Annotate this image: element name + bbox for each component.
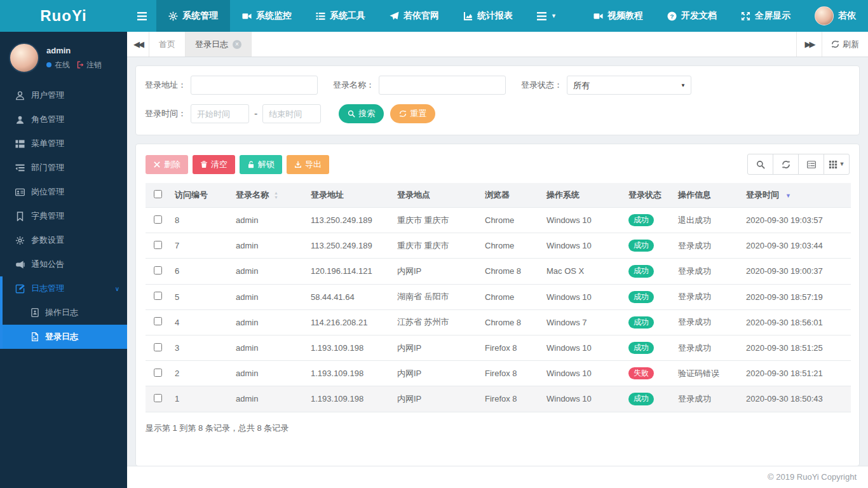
select-all-header: [146, 183, 170, 208]
top-menu-item[interactable]: 若依官网: [377, 0, 451, 32]
status-badge: 失败: [628, 367, 654, 379]
sort-icon: ▲▼: [274, 191, 278, 200]
cell-os: Windows 10: [541, 284, 623, 309]
table-row[interactable]: 2admin1.193.109.198内网IPFirefox 8Windows …: [146, 361, 851, 386]
tab-home-label: 首页: [159, 39, 175, 50]
sidebar-item-2[interactable]: 菜单管理: [0, 132, 127, 156]
reset-button[interactable]: 重置: [390, 104, 435, 123]
unlock-button[interactable]: 解锁: [240, 155, 282, 174]
avatar[interactable]: [9, 43, 39, 73]
logout-button[interactable]: 注销: [77, 60, 102, 71]
tabs-scroll-left-button[interactable]: ◀◀: [127, 32, 149, 57]
row-checkbox[interactable]: [154, 343, 162, 351]
sidebar-item-3[interactable]: 部门管理: [0, 156, 127, 180]
main-area: ◀◀ 首页 登录日志 × ▶▶ 刷新 登录地址： 登录名称：: [127, 32, 868, 488]
columns-button[interactable]: ▼: [824, 154, 850, 175]
table-row[interactable]: 6admin120.196.114.121内网IPChrome 8Mac OS …: [146, 259, 851, 284]
sidebar-item-label: 参数设置: [31, 234, 64, 246]
table-row[interactable]: 8admin113.250.249.189重庆市 重庆市ChromeWindow…: [146, 208, 851, 233]
column-header[interactable]: 操作信息: [673, 183, 741, 208]
cell-location: 内网IP: [392, 335, 480, 360]
sidebar-subitem-1[interactable]: 登录日志: [3, 325, 127, 349]
sidebar-item-4[interactable]: 岗位管理: [0, 180, 127, 204]
top-menu-item[interactable]: 系统工具: [304, 0, 377, 32]
sidebar-subitem-0[interactable]: 操作日志: [3, 301, 127, 325]
cell-status: 成功: [623, 284, 673, 309]
cell-time: 2020-09-30 18:56:01: [741, 309, 851, 335]
column-header-label: 登录名称: [236, 190, 269, 200]
table-row[interactable]: 1admin1.193.109.198内网IPFirefox 8Windows …: [146, 386, 851, 412]
cell-id: 3: [170, 335, 231, 360]
column-header[interactable]: 登录地址: [306, 183, 392, 208]
column-header-label: 访问编号: [175, 190, 208, 200]
row-checkbox[interactable]: [154, 266, 162, 274]
row-select-cell: [146, 284, 170, 309]
sidebar-menu-group: 通知公告: [0, 252, 127, 276]
refresh-tab-button[interactable]: 刷新: [822, 32, 868, 57]
cell-id: 6: [170, 259, 231, 284]
clean-button-label: 清空: [211, 159, 227, 170]
cell-browser: Firefox 8: [480, 335, 541, 360]
sidebar-item-1[interactable]: 角色管理: [0, 107, 127, 132]
tab-login-log[interactable]: 登录日志 ×: [186, 32, 252, 57]
search-button[interactable]: 搜索: [339, 104, 384, 123]
top-menu-item[interactable]: 若依: [803, 0, 868, 32]
sidebar-item-0[interactable]: 用户管理: [0, 83, 127, 107]
tab-close-icon[interactable]: ×: [233, 40, 241, 49]
column-header[interactable]: 登录地点: [392, 183, 480, 208]
start-time-input[interactable]: [191, 104, 249, 123]
end-time-input[interactable]: [262, 104, 321, 123]
row-checkbox[interactable]: [154, 394, 162, 402]
sidebar-item-5[interactable]: 字典管理: [0, 204, 127, 228]
column-header[interactable]: 浏览器: [480, 183, 541, 208]
column-header[interactable]: 登录状态: [623, 183, 673, 208]
refresh-table-button[interactable]: [773, 154, 799, 175]
column-header[interactable]: 访问编号: [170, 183, 231, 208]
top-menu-item[interactable]: 系统监控: [230, 0, 304, 32]
cell-location: 内网IP: [392, 386, 480, 412]
row-checkbox[interactable]: [154, 317, 162, 325]
sidebar-item-7[interactable]: 通知公告: [0, 252, 127, 276]
column-header[interactable]: 操作系统: [541, 183, 623, 208]
login-address-input[interactable]: [191, 76, 318, 95]
cell-location: 重庆市 重庆市: [392, 233, 480, 259]
select-all-checkbox[interactable]: [154, 190, 162, 198]
top-menu-item[interactable]: 全屏显示: [729, 0, 803, 32]
row-checkbox[interactable]: [154, 241, 162, 249]
row-select-cell: [146, 335, 170, 360]
cog-icon: [15, 236, 25, 245]
top-menu-item[interactable]: 统计报表: [451, 0, 525, 32]
top-menu-item[interactable]: 视频教程: [581, 0, 655, 32]
column-header[interactable]: 登录名称▲▼: [231, 183, 306, 208]
sidebar-item-6[interactable]: 参数设置: [0, 228, 127, 252]
top-menu-item-label: 若依官网: [403, 10, 439, 22]
export-button[interactable]: 导出: [287, 155, 329, 174]
top-menu-item[interactable]: ▼: [525, 0, 569, 32]
row-checkbox[interactable]: [154, 369, 162, 377]
row-checkbox[interactable]: [154, 292, 162, 300]
tab-home[interactable]: 首页: [149, 32, 186, 57]
row-checkbox[interactable]: [154, 215, 162, 224]
sidebar-item-8[interactable]: 日志管理∨: [3, 276, 127, 301]
cell-message: 登录成功: [673, 233, 741, 259]
table-row[interactable]: 5admin58.44.41.64湖南省 岳阳市ChromeWindows 10…: [146, 284, 851, 309]
top-menu-item[interactable]: 系统管理: [156, 0, 230, 32]
table-row[interactable]: 4admin114.216.208.21江苏省 苏州市Chrome 8Windo…: [146, 309, 851, 335]
cell-location: 江苏省 苏州市: [392, 309, 480, 335]
sidebar-toggle-button[interactable]: [127, 0, 156, 32]
top-menu-item[interactable]: ?开发文档: [655, 0, 729, 32]
table-row[interactable]: 3admin1.193.109.198内网IPFirefox 8Windows …: [146, 335, 851, 360]
clean-button[interactable]: 清空: [193, 155, 235, 174]
table-row[interactable]: 7admin113.250.249.189重庆市 重庆市ChromeWindow…: [146, 233, 851, 259]
column-header[interactable]: 登录时间▼: [741, 183, 851, 208]
cell-status: 成功: [623, 208, 673, 233]
show-search-button[interactable]: [747, 154, 773, 175]
unlock-button-label: 解锁: [258, 159, 275, 170]
tabs-scroll-right-button[interactable]: ▶▶: [796, 32, 822, 57]
delete-button[interactable]: 删除: [146, 155, 188, 174]
cell-location: 内网IP: [392, 361, 480, 386]
login-status-select[interactable]: 所有: [567, 76, 691, 95]
login-name-input[interactable]: [379, 76, 506, 95]
sidebar-item-label: 菜单管理: [31, 138, 64, 149]
detail-view-button[interactable]: [798, 154, 824, 175]
